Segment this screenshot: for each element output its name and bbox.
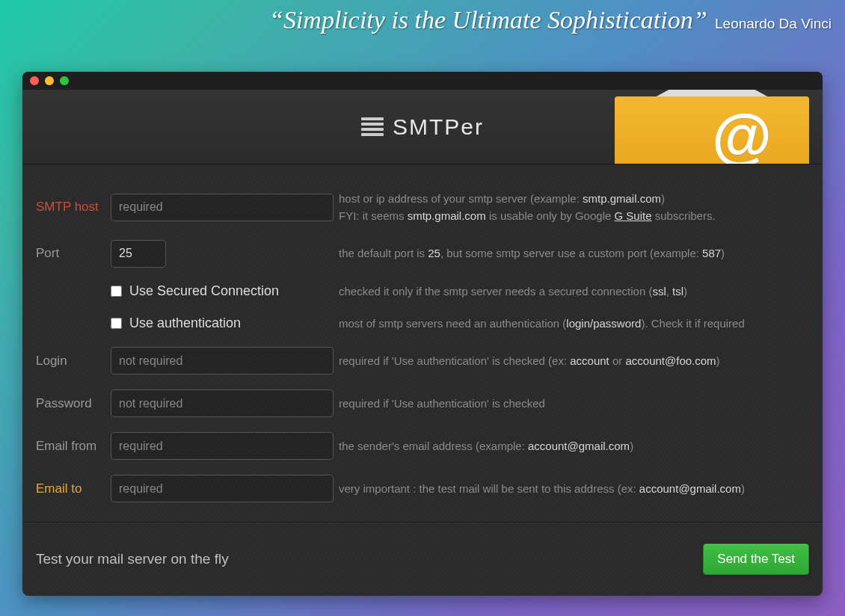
row-auth: Use authentication most of smtp servers … <box>36 315 809 332</box>
brand-name: SMTPer <box>393 114 484 140</box>
close-icon[interactable] <box>30 76 39 85</box>
header: SMTPer @ <box>22 90 823 164</box>
quote-author: Leonardo Da Vinci <box>715 16 832 31</box>
help-email-to: very important : the test mail will be s… <box>339 480 809 497</box>
footer-cta: Test your mail server on the fly <box>36 551 229 567</box>
password-input[interactable] <box>111 389 334 417</box>
gsuite-link[interactable]: G Suite <box>615 209 652 222</box>
label-email-to: Email to <box>36 481 111 496</box>
label-login: Login <box>36 354 111 369</box>
label-port: Port <box>36 246 111 261</box>
footer: Test your mail server on the fly Send th… <box>22 522 823 596</box>
row-secure: Use Secured Connection checked it only i… <box>36 283 809 300</box>
email-from-input[interactable] <box>111 432 334 460</box>
help-password: required if 'Use authentication' is chec… <box>339 395 809 412</box>
secure-label: Use Secured Connection <box>129 283 279 299</box>
auth-checkbox[interactable] <box>111 318 122 329</box>
row-email-to: Email to very important : the test mail … <box>36 475 809 502</box>
send-test-button[interactable]: Send the Test <box>703 543 809 575</box>
titlebar <box>22 72 823 90</box>
secure-checkbox[interactable] <box>111 286 122 297</box>
smtp-form: SMTP host host or ip address of your smt… <box>22 164 823 522</box>
help-email-from: the sender's email address (example: acc… <box>339 437 809 455</box>
help-port: the default port is 25, but some smtp se… <box>339 244 809 262</box>
server-icon <box>361 117 382 137</box>
help-login: required if 'Use authentication' is chec… <box>339 352 809 369</box>
port-input[interactable] <box>111 240 166 268</box>
minimize-icon[interactable] <box>45 76 54 85</box>
auth-label: Use authentication <box>129 315 241 331</box>
row-login: Login required if 'Use authentication' i… <box>36 347 809 375</box>
label-email-from: Email from <box>36 439 111 454</box>
brand: SMTPer <box>361 114 484 140</box>
help-auth: most of smtp servers need an authenticat… <box>339 315 809 332</box>
label-password: Password <box>36 396 111 411</box>
quote-bar: “Simplicity is the Ultimate Sophisticati… <box>0 0 845 34</box>
label-smtp-host: SMTP host <box>36 200 111 215</box>
envelope-icon: @ <box>615 90 809 164</box>
email-to-input[interactable] <box>111 475 334 502</box>
smtp-host-input[interactable] <box>111 194 334 221</box>
help-smtp-host: host or ip address of your smtp server (… <box>339 190 809 225</box>
quote-text: “Simplicity is the Ultimate Sophisticati… <box>269 6 707 34</box>
help-secure: checked it only if the smtp server needs… <box>339 283 809 300</box>
app-window: SMTPer @ SMTP host host or ip address of… <box>22 72 823 596</box>
login-input[interactable] <box>111 347 334 375</box>
row-email-from: Email from the sender's email address (e… <box>36 432 809 460</box>
row-password: Password required if 'Use authentication… <box>36 389 809 417</box>
row-port: Port the default port is 25, but some sm… <box>36 240 809 268</box>
row-smtp-host: SMTP host host or ip address of your smt… <box>36 190 809 225</box>
maximize-icon[interactable] <box>60 76 69 85</box>
